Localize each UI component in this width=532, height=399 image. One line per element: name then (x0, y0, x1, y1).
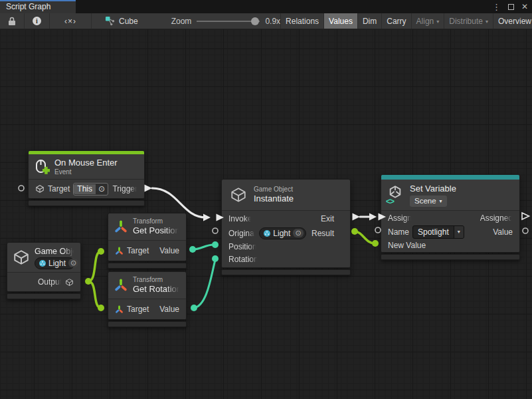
node-footer (221, 269, 351, 275)
titlebar-icons: ⋮ ✕ (492, 0, 528, 13)
target-port-label: Target (127, 305, 149, 314)
light-icon (264, 230, 270, 237)
trigger-port-label: Trigger (112, 184, 137, 194)
node-title: Get Position (133, 225, 180, 236)
chevron-down-icon: ▾ (486, 19, 488, 25)
chevron-down-icon: ▾ (454, 226, 464, 238)
relations-button[interactable]: Relations (280, 13, 323, 29)
object-picker-icon[interactable]: ⊙ (293, 229, 303, 237)
value-port-label: Value (159, 305, 179, 314)
toolbar-menu: Relations Values Dim Carry Align ▾ Distr… (280, 13, 532, 29)
close-icon[interactable]: ✕ (521, 3, 528, 11)
position-port-label: Position (228, 242, 257, 251)
node-get-rotation[interactable]: Transform Get Rotation Target Value (108, 271, 187, 327)
chevron-down-icon: ▾ (440, 196, 442, 206)
node-category: Transform (133, 276, 181, 284)
lock-button[interactable] (0, 13, 25, 29)
graph-breadcrumb[interactable]: Cube (96, 16, 147, 26)
game-object-icon (13, 249, 30, 266)
invoke-port-label: Invoke (228, 214, 252, 223)
maximize-icon[interactable] (508, 4, 514, 10)
target-object-field[interactable]: This ⊙ (73, 183, 108, 196)
dim-button[interactable]: Dim (357, 13, 381, 29)
node-title: Game Object (35, 246, 75, 257)
info-icon: i (33, 17, 41, 25)
node-footer (108, 321, 187, 327)
variable-name-dropdown[interactable]: Spotlight ▾ (412, 225, 464, 239)
transform-icon (114, 278, 128, 293)
code-icon: ‹×› (64, 17, 76, 26)
value-port-label: Value (159, 246, 179, 255)
object-picker-icon[interactable]: ⊙ (98, 184, 105, 194)
new-value-port-label: New Value (388, 241, 426, 250)
result-port-label: Result (311, 229, 334, 238)
unity-variable-icon: <> (387, 185, 404, 205)
node-category: Game Object (254, 186, 294, 194)
values-button[interactable]: Values (323, 13, 357, 29)
transform-icon (115, 305, 124, 314)
zoom-slider[interactable] (197, 17, 260, 26)
code-brackets-icon: <> (386, 197, 394, 206)
target-port-label: Target (127, 246, 149, 255)
node-footer (108, 263, 187, 269)
code-view-button[interactable]: ‹×› (50, 13, 92, 29)
game-object-icon (230, 186, 247, 203)
align-dropdown[interactable]: Align ▾ (411, 13, 444, 29)
zoom-value: 0.9x (265, 17, 280, 26)
node-footer (381, 254, 520, 260)
zoom-control: Zoom 0.9x (171, 17, 280, 26)
node-title: Set Variable (410, 184, 456, 194)
game-object-icon (65, 278, 74, 287)
node-title: Get Rotation (133, 284, 181, 295)
original-port-label: Original (228, 229, 256, 238)
transform-icon (114, 219, 128, 234)
transform-icon (115, 247, 124, 255)
node-footer (7, 293, 81, 299)
object-picker-icon[interactable]: ⊙ (68, 259, 78, 267)
node-title: Instantiate (254, 194, 294, 204)
graph-toolbar: i ‹×› Cube Zoom 0.9x Relations Values (0, 13, 532, 29)
light-icon (39, 260, 46, 267)
tab-script-graph[interactable]: Script Graph (0, 0, 76, 13)
mouse-event-icon (34, 159, 50, 175)
name-port-label: Name (388, 227, 409, 237)
carry-button[interactable]: Carry (381, 13, 410, 29)
graph-icon (105, 16, 115, 26)
node-get-position[interactable]: Transform Get Position Target Value (108, 213, 187, 269)
value-port-label: Value (493, 227, 513, 237)
unity-script-graph-window: Script Graph ⋮ ✕ i ‹×› (0, 0, 532, 399)
node-on-mouse-enter[interactable]: On Mouse Enter Event Target This ⊙ (28, 150, 145, 206)
assigned-port-label: Assigned (480, 213, 513, 223)
assign-port-label: Assign (388, 213, 412, 223)
tab-title: Script Graph (6, 2, 50, 11)
inspect-button[interactable]: i (25, 13, 50, 29)
variable-scope-dropdown[interactable]: Scene ▾ (410, 196, 447, 207)
node-title: On Mouse Enter (54, 158, 118, 168)
light-object-field[interactable]: Light ⊙ (35, 257, 75, 269)
output-port-label: Output (38, 277, 62, 287)
zoom-label: Zoom (171, 17, 192, 26)
zoom-slider-handle[interactable] (251, 17, 259, 25)
exit-port-label: Exit (321, 214, 334, 223)
node-set-variable[interactable]: <> Set Variable Scene ▾ Assign Assigned (381, 174, 520, 260)
distribute-dropdown[interactable]: Distribute ▾ (444, 13, 493, 29)
node-subtitle: Event (54, 168, 118, 176)
chevron-down-icon: ▾ (436, 19, 439, 25)
graph-canvas[interactable]: On Mouse Enter Event Target This ⊙ (0, 29, 532, 399)
rotation-port-label: Rotation (228, 255, 258, 264)
target-port-label: Target (48, 184, 70, 194)
node-game-object-light[interactable]: Game Object Light ⊙ (7, 242, 81, 299)
node-instantiate[interactable]: Game Object Instantiate Invoke Exit Orig… (221, 179, 351, 275)
graph-name: Cube (119, 17, 138, 26)
variable-accent-bar (381, 175, 519, 180)
lock-icon (8, 17, 16, 26)
node-footer (28, 200, 145, 206)
window-menu-icon[interactable]: ⋮ (492, 3, 501, 11)
game-object-icon (35, 184, 44, 194)
node-category: Transform (133, 217, 180, 225)
overview-button[interactable]: Overview (493, 13, 532, 29)
window-titlebar: Script Graph ⋮ ✕ (0, 0, 532, 13)
original-object-field[interactable]: Light ⊙ (259, 227, 306, 239)
